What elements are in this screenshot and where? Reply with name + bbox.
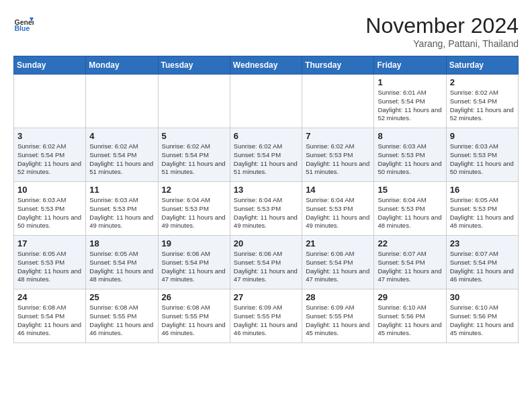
day-number: 4 [89, 131, 154, 141]
calendar-week-row: 24Sunrise: 6:08 AM Sunset: 5:54 PM Dayli… [14, 289, 519, 343]
day-info: Sunrise: 6:08 AM Sunset: 5:54 PM Dayligh… [17, 304, 82, 338]
day-number: 10 [17, 185, 82, 195]
day-number: 14 [306, 185, 370, 195]
day-number: 18 [89, 238, 154, 248]
day-info: Sunrise: 6:02 AM Sunset: 5:54 PM Dayligh… [162, 142, 226, 177]
day-info: Sunrise: 6:02 AM Sunset: 5:54 PM Dayligh… [89, 142, 154, 177]
day-info: Sunrise: 6:07 AM Sunset: 5:54 PM Dayligh… [450, 250, 515, 284]
day-info: Sunrise: 6:05 AM Sunset: 5:53 PM Dayligh… [17, 250, 82, 284]
day-info: Sunrise: 6:09 AM Sunset: 5:55 PM Dayligh… [234, 304, 298, 338]
calendar-cell: 15Sunrise: 6:04 AM Sunset: 5:53 PM Dayli… [374, 182, 446, 236]
day-info: Sunrise: 6:03 AM Sunset: 5:53 PM Dayligh… [17, 196, 82, 230]
day-info: Sunrise: 6:10 AM Sunset: 5:56 PM Dayligh… [450, 304, 515, 338]
day-header: Sunday [14, 56, 86, 75]
day-header: Saturday [446, 56, 518, 75]
calendar-cell: 8Sunrise: 6:03 AM Sunset: 5:53 PM Daylig… [374, 128, 446, 182]
day-number: 5 [162, 131, 226, 141]
calendar-cell: 9Sunrise: 6:03 AM Sunset: 5:53 PM Daylig… [446, 128, 518, 182]
day-number: 11 [89, 185, 154, 195]
day-number: 30 [450, 292, 515, 302]
day-number: 15 [378, 185, 442, 195]
day-number: 1 [378, 77, 442, 87]
day-header: Friday [374, 56, 446, 75]
calendar-cell [230, 75, 302, 128]
day-number: 20 [234, 238, 298, 248]
day-header: Thursday [302, 56, 374, 75]
day-info: Sunrise: 6:04 AM Sunset: 5:53 PM Dayligh… [234, 196, 298, 230]
calendar-week-row: 17Sunrise: 6:05 AM Sunset: 5:53 PM Dayli… [14, 236, 519, 289]
calendar-cell: 20Sunrise: 6:06 AM Sunset: 5:54 PM Dayli… [230, 236, 302, 289]
calendar-cell: 17Sunrise: 6:05 AM Sunset: 5:53 PM Dayli… [14, 236, 86, 289]
calendar-cell: 12Sunrise: 6:04 AM Sunset: 5:53 PM Dayli… [158, 182, 230, 236]
calendar-cell: 28Sunrise: 6:09 AM Sunset: 5:55 PM Dayli… [302, 289, 374, 343]
month-title: November 2024 [365, 13, 519, 38]
day-info: Sunrise: 6:04 AM Sunset: 5:53 PM Dayligh… [162, 196, 226, 230]
day-info: Sunrise: 6:01 AM Sunset: 5:54 PM Dayligh… [378, 89, 442, 123]
calendar-cell: 24Sunrise: 6:08 AM Sunset: 5:54 PM Dayli… [14, 289, 86, 343]
calendar-cell: 16Sunrise: 6:05 AM Sunset: 5:53 PM Dayli… [446, 182, 518, 236]
calendar-cell: 14Sunrise: 6:04 AM Sunset: 5:53 PM Dayli… [302, 182, 374, 236]
calendar-cell [86, 75, 158, 128]
day-number: 21 [306, 238, 370, 248]
calendar-week-row: 3Sunrise: 6:02 AM Sunset: 5:54 PM Daylig… [14, 128, 519, 182]
calendar-table: SundayMondayTuesdayWednesdayThursdayFrid… [13, 56, 519, 343]
day-number: 3 [17, 131, 82, 141]
calendar-cell: 23Sunrise: 6:07 AM Sunset: 5:54 PM Dayli… [446, 236, 518, 289]
calendar-cell: 26Sunrise: 6:08 AM Sunset: 5:55 PM Dayli… [158, 289, 230, 343]
day-header: Monday [86, 56, 158, 75]
calendar-cell: 1Sunrise: 6:01 AM Sunset: 5:54 PM Daylig… [374, 75, 446, 128]
day-number: 27 [234, 292, 298, 302]
logo-icon: General Blue [13, 13, 34, 34]
calendar-cell: 22Sunrise: 6:07 AM Sunset: 5:54 PM Dayli… [374, 236, 446, 289]
calendar-cell: 7Sunrise: 6:02 AM Sunset: 5:53 PM Daylig… [302, 128, 374, 182]
day-info: Sunrise: 6:03 AM Sunset: 5:53 PM Dayligh… [378, 142, 442, 177]
calendar-cell [158, 75, 230, 128]
calendar-cell: 13Sunrise: 6:04 AM Sunset: 5:53 PM Dayli… [230, 182, 302, 236]
calendar-week-row: 10Sunrise: 6:03 AM Sunset: 5:53 PM Dayli… [14, 182, 519, 236]
day-info: Sunrise: 6:05 AM Sunset: 5:54 PM Dayligh… [89, 250, 154, 284]
day-info: Sunrise: 6:10 AM Sunset: 5:56 PM Dayligh… [378, 304, 442, 338]
calendar-cell: 21Sunrise: 6:06 AM Sunset: 5:54 PM Dayli… [302, 236, 374, 289]
day-info: Sunrise: 6:05 AM Sunset: 5:53 PM Dayligh… [450, 196, 515, 230]
calendar-week-row: 1Sunrise: 6:01 AM Sunset: 5:54 PM Daylig… [14, 75, 519, 128]
day-number: 7 [306, 131, 370, 141]
day-number: 24 [17, 292, 82, 302]
day-number: 26 [162, 292, 226, 302]
day-header: Tuesday [158, 56, 230, 75]
calendar-cell: 10Sunrise: 6:03 AM Sunset: 5:53 PM Dayli… [14, 182, 86, 236]
day-header: Wednesday [230, 56, 302, 75]
day-info: Sunrise: 6:08 AM Sunset: 5:55 PM Dayligh… [162, 304, 226, 338]
calendar-cell: 6Sunrise: 6:02 AM Sunset: 5:54 PM Daylig… [230, 128, 302, 182]
calendar-cell: 30Sunrise: 6:10 AM Sunset: 5:56 PM Dayli… [446, 289, 518, 343]
day-info: Sunrise: 6:07 AM Sunset: 5:54 PM Dayligh… [378, 250, 442, 284]
day-number: 28 [306, 292, 370, 302]
day-info: Sunrise: 6:03 AM Sunset: 5:53 PM Dayligh… [450, 142, 515, 177]
day-info: Sunrise: 6:02 AM Sunset: 5:53 PM Dayligh… [306, 142, 370, 177]
calendar-header-row: SundayMondayTuesdayWednesdayThursdayFrid… [14, 56, 519, 75]
calendar-cell: 4Sunrise: 6:02 AM Sunset: 5:54 PM Daylig… [86, 128, 158, 182]
day-number: 8 [378, 131, 442, 141]
calendar-cell: 2Sunrise: 6:02 AM Sunset: 5:54 PM Daylig… [446, 75, 518, 128]
day-info: Sunrise: 6:04 AM Sunset: 5:53 PM Dayligh… [378, 196, 442, 230]
calendar-cell: 3Sunrise: 6:02 AM Sunset: 5:54 PM Daylig… [14, 128, 86, 182]
calendar-cell: 29Sunrise: 6:10 AM Sunset: 5:56 PM Dayli… [374, 289, 446, 343]
calendar-cell [14, 75, 86, 128]
day-info: Sunrise: 6:02 AM Sunset: 5:54 PM Dayligh… [234, 142, 298, 177]
day-number: 23 [450, 238, 515, 248]
day-number: 16 [450, 185, 515, 195]
page-header: General Blue November 2024 Yarang, Patta… [13, 13, 519, 49]
day-info: Sunrise: 6:06 AM Sunset: 5:54 PM Dayligh… [306, 250, 370, 284]
day-info: Sunrise: 6:06 AM Sunset: 5:54 PM Dayligh… [162, 250, 226, 284]
day-number: 25 [89, 292, 154, 302]
calendar-cell: 25Sunrise: 6:08 AM Sunset: 5:55 PM Dayli… [86, 289, 158, 343]
day-info: Sunrise: 6:08 AM Sunset: 5:55 PM Dayligh… [89, 304, 154, 338]
calendar-cell: 18Sunrise: 6:05 AM Sunset: 5:54 PM Dayli… [86, 236, 158, 289]
calendar-cell: 11Sunrise: 6:03 AM Sunset: 5:53 PM Dayli… [86, 182, 158, 236]
day-info: Sunrise: 6:03 AM Sunset: 5:53 PM Dayligh… [89, 196, 154, 230]
day-number: 12 [162, 185, 226, 195]
day-number: 2 [450, 77, 515, 87]
day-info: Sunrise: 6:09 AM Sunset: 5:55 PM Dayligh… [306, 304, 370, 338]
day-number: 13 [234, 185, 298, 195]
day-info: Sunrise: 6:02 AM Sunset: 5:54 PM Dayligh… [450, 89, 515, 123]
day-number: 22 [378, 238, 442, 248]
